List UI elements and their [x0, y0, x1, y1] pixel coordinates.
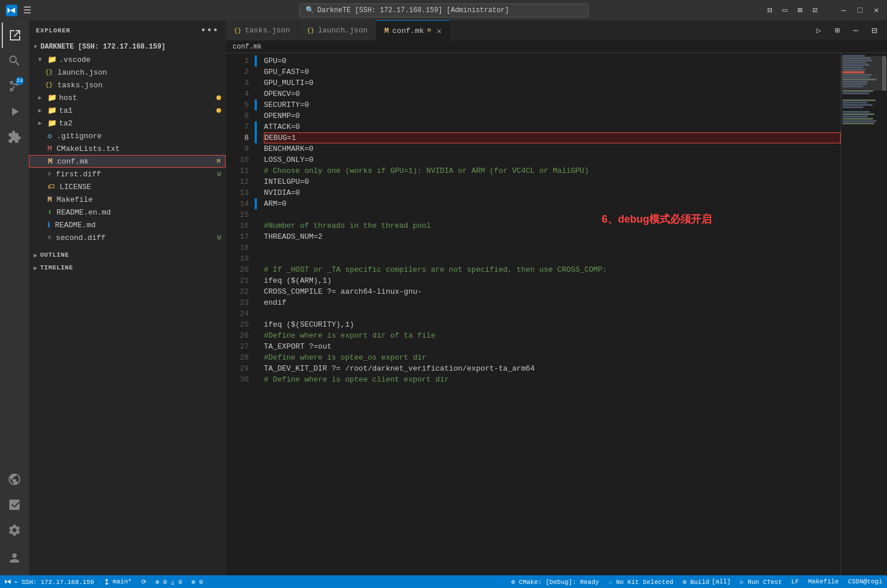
- code-line-4: OPENCV=0: [264, 88, 841, 99]
- conf-mk-close-icon[interactable]: ✕: [437, 26, 441, 36]
- ln-7: 7: [226, 121, 249, 132]
- maximize-button[interactable]: □: [855, 5, 864, 16]
- sidebar: EXPLORER ••• ▼ DARKNETE [SSH: 172.17.168…: [29, 20, 226, 575]
- status-language[interactable]: Makefile: [804, 578, 844, 585]
- tree-item-makefile[interactable]: M Makefile: [29, 193, 226, 206]
- status-errors[interactable]: ⊗ 0 △ 0: [151, 575, 187, 588]
- activity-run[interactable]: [2, 99, 27, 124]
- tab-conf-mk[interactable]: M conf.mk M ✕: [376, 20, 450, 40]
- activity-account[interactable]: [2, 545, 27, 571]
- tree-item-tasks-json[interactable]: {} tasks.json: [29, 79, 226, 91]
- tab-tasks-json[interactable]: {} tasks.json: [226, 20, 299, 40]
- close-button[interactable]: ✕: [872, 4, 881, 16]
- ln-17: 17: [226, 231, 249, 242]
- code-line-27: TA_EXPORT ?=out: [264, 341, 841, 352]
- tree-item-license[interactable]: 🏷 LICENSE: [29, 180, 226, 193]
- ln-8: 8: [226, 132, 249, 143]
- status-ssh[interactable]: ⌁ SSH: 172.17.168.159: [0, 575, 99, 588]
- code-editor: 1 2 3 4 5 6 7 8 9 10 11 12 13 14 15 16 1…: [226, 53, 887, 575]
- status-sync[interactable]: ⟳: [137, 575, 151, 588]
- timeline-section[interactable]: ▶ TIMELINE: [29, 261, 226, 274]
- tree-item-ta1[interactable]: ▶ 📁 ta1: [29, 104, 226, 117]
- tree-item-ta2[interactable]: ▶ 📁 ta2: [29, 117, 226, 130]
- license-name: LICENSE: [60, 183, 91, 191]
- language-label: Makefile: [808, 578, 839, 585]
- ssh-label: ⌁ SSH: 172.17.168.159: [14, 578, 94, 586]
- code-content[interactable]: GPU=0 GPU_FAST=0 GPU_MULTI=0 OPENCV=0 SE…: [257, 53, 841, 575]
- folder-icon: 📁: [47, 55, 57, 64]
- activity-explorer[interactable]: [2, 23, 27, 48]
- run-ctest-label: ▷ Run CTest: [740, 578, 782, 586]
- sidebar-more-icon[interactable]: •••: [201, 25, 219, 36]
- activity-source-control[interactable]: 24: [2, 73, 27, 99]
- minimize-button[interactable]: —: [839, 5, 848, 16]
- ln-27: 27: [226, 341, 249, 352]
- scrollbar-track[interactable]: [881, 53, 887, 575]
- tree-item-launch-json[interactable]: {} launch.json: [29, 66, 226, 79]
- tree-item-host[interactable]: ▶ 📁 host: [29, 91, 226, 104]
- title-search-text: DarkneTE [SSH: 172.17.168.159] [Administ…: [318, 6, 509, 14]
- activity-search[interactable]: [2, 48, 27, 73]
- second-diff-icon: ≡: [47, 234, 51, 241]
- status-line-ending[interactable]: LF: [787, 578, 804, 585]
- scrollbar-thumb[interactable]: [882, 56, 886, 91]
- ta2-folder-name: ta2: [59, 119, 72, 128]
- run-file-button[interactable]: ▷: [811, 23, 827, 39]
- tree-item-cmake[interactable]: M CMakeLists.txt: [29, 142, 226, 155]
- tree-root[interactable]: ▼ DARKNETE [SSH: 172.17.168.159]: [29, 40, 226, 53]
- status-encoding[interactable]: CSDN@togi: [844, 578, 887, 585]
- activity-testing[interactable]: [2, 492, 27, 517]
- status-build[interactable]: ⚙ Build [all]: [678, 578, 735, 586]
- tree-item-first-diff[interactable]: ≡ first.diff U: [29, 168, 226, 180]
- tree-item-gitignore[interactable]: ◇ .gitignore: [29, 130, 226, 142]
- errors-label: ⊗ 0 △ 0: [156, 578, 182, 586]
- hamburger-menu-icon[interactable]: ☰: [23, 5, 31, 16]
- customize-icon[interactable]: ⊡: [811, 2, 819, 19]
- activity-settings[interactable]: [2, 517, 27, 543]
- outline-section[interactable]: ▶ OUTLINE: [29, 249, 226, 261]
- notifications-label: ⊗ 0: [192, 578, 203, 586]
- layout-icon[interactable]: ⊞: [796, 2, 804, 19]
- status-branch[interactable]: main*: [99, 575, 137, 588]
- diff-icon: ≡: [47, 171, 51, 177]
- activity-remote-explorer[interactable]: [2, 467, 27, 492]
- tree-item-conf-mk[interactable]: M conf.mk M: [29, 155, 226, 168]
- breadcrumb-file[interactable]: conf.mk: [233, 43, 262, 51]
- code-line-21: ifeq ($(ARM),1): [264, 275, 841, 286]
- conf-mk-tab-icon: M: [384, 27, 389, 35]
- ln-20: 20: [226, 264, 249, 275]
- ln-5: 5: [226, 99, 249, 110]
- code-line-22: CROSS_COMPILE ?= aarch64-linux-gnu-: [264, 286, 841, 297]
- ln-16: 16: [226, 220, 249, 231]
- sidebar-toggle-icon[interactable]: ⊟: [765, 2, 774, 19]
- tasks-json-tab-icon: {}: [234, 27, 241, 34]
- tab-launch-json[interactable]: {} launch.json: [299, 20, 376, 40]
- activity-extensions[interactable]: [2, 124, 27, 150]
- tree-item-second-diff[interactable]: ≡ second.diff U: [29, 231, 226, 244]
- status-notifications[interactable]: ⊗ 0: [187, 575, 208, 588]
- split-right-button[interactable]: ⊟: [866, 23, 882, 39]
- panel-toggle-icon[interactable]: ▭: [781, 2, 789, 19]
- ta1-folder-name: ta1: [59, 106, 214, 115]
- ln-25: 25: [226, 319, 249, 330]
- folder-host-icon: 📁: [47, 93, 57, 102]
- tree-item-readme[interactable]: ℹ README.md: [29, 219, 226, 231]
- editor-area: {} tasks.json {} launch.json M conf.mk M…: [226, 20, 887, 575]
- tree-item-vscode[interactable]: ▼ 📁 .vscode: [29, 53, 226, 66]
- json-icon-2: {}: [45, 82, 53, 88]
- status-run-ctest[interactable]: ▷ Run CTest: [735, 578, 787, 586]
- minimap: [841, 53, 881, 575]
- title-search-bar[interactable]: 🔍 DarkneTE [SSH: 172.17.168.159] [Admini…: [299, 3, 588, 17]
- cmake-status-label: ⚙ CMake: [Debug]: Ready: [511, 578, 599, 586]
- split-editor-button[interactable]: ⊞: [829, 23, 845, 39]
- status-no-kit[interactable]: ☆ No Kit Selected: [603, 578, 678, 586]
- more-actions-button[interactable]: ⋯: [848, 23, 864, 39]
- ln-2: 2: [226, 66, 249, 77]
- tree-item-readme-en[interactable]: ⬇ README.en.md: [29, 206, 226, 219]
- code-line-30: # Define where is optee client export di…: [264, 374, 841, 385]
- code-line-24: [264, 308, 841, 319]
- titlebar-right: ⊟ ▭ ⊞ ⊡ — □ ✕: [765, 2, 881, 19]
- arrow-down-icon: ▼: [38, 57, 45, 63]
- code-line-8: DEBUG=1: [264, 132, 841, 143]
- status-cmake[interactable]: ⚙ CMake: [Debug]: Ready: [507, 578, 604, 586]
